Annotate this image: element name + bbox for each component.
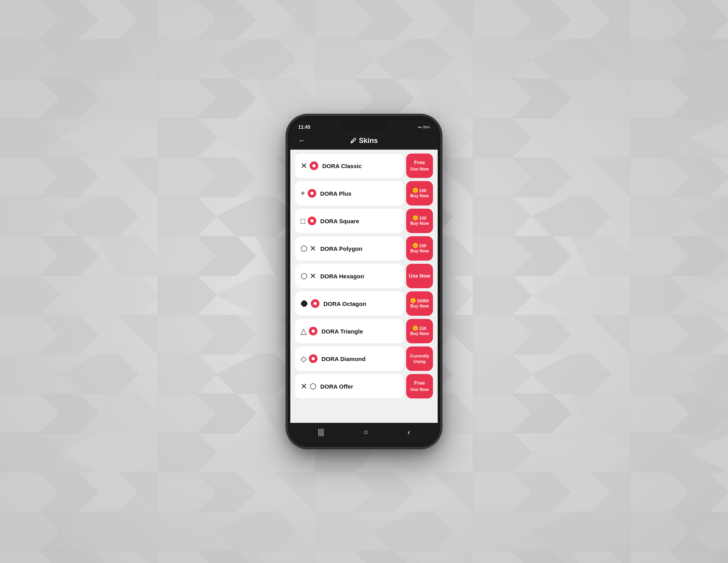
skin-action-button[interactable]: ●100Buy Now bbox=[406, 181, 433, 206]
list-item: ⯃DORA Octagon●15000Buy Now bbox=[295, 291, 433, 316]
skin-shape-icon: ◇ bbox=[301, 355, 306, 363]
battery-text: 35% bbox=[423, 125, 430, 129]
list-item: ✕DORA ClassicFreeUse Now bbox=[295, 154, 433, 178]
price-line: ●150 bbox=[413, 215, 426, 220]
skin-action-button[interactable]: Use Now bbox=[406, 264, 433, 288]
skin-shape-icon: □ bbox=[301, 217, 305, 225]
skin-secondary-icon: ✕ bbox=[310, 244, 316, 252]
buy-label: Buy Now bbox=[410, 303, 429, 309]
skin-info: +DORA Plus bbox=[295, 181, 404, 206]
use-now-label: Use Now bbox=[409, 273, 431, 280]
price-amount: 150 bbox=[419, 326, 426, 331]
coin-icon: ● bbox=[413, 326, 418, 331]
skin-circle-icon bbox=[308, 217, 316, 225]
nav-back-icon[interactable]: ‹ bbox=[407, 428, 410, 437]
currently-using-label: Currently Using bbox=[410, 353, 429, 365]
buy-label: Buy Now bbox=[410, 248, 429, 254]
skin-circle-icon bbox=[309, 327, 318, 335]
skin-name-label: DORA Polygon bbox=[320, 245, 362, 252]
skin-shape-icon: ✕ bbox=[301, 382, 307, 390]
skin-name-label: DORA Diamond bbox=[321, 356, 366, 362]
price-amount: 150 bbox=[419, 243, 426, 248]
signal-icon: ▪▪▪ bbox=[418, 125, 422, 129]
skin-shape-icon: + bbox=[301, 189, 305, 197]
skin-name-label: DORA Square bbox=[320, 218, 359, 224]
skin-shape-icon: ⬠ bbox=[301, 244, 307, 252]
price-line: ●100 bbox=[413, 188, 426, 193]
skin-info: △DORA Triangle bbox=[295, 319, 404, 343]
list-item: □DORA Square●150Buy Now bbox=[295, 209, 433, 233]
buy-label: Buy Now bbox=[410, 220, 429, 226]
skin-shape-icon: ✕ bbox=[301, 162, 307, 170]
list-item: +DORA Plus●100Buy Now bbox=[295, 181, 433, 206]
list-item: ⬠✕DORA Polygon●150Buy Now bbox=[295, 236, 433, 261]
status-icons: ▪▪▪ 35% bbox=[418, 125, 430, 129]
skin-name-label: DORA Offer bbox=[320, 383, 353, 390]
coin-icon: ● bbox=[413, 243, 418, 248]
price-amount: 150 bbox=[419, 216, 426, 220]
buy-label: Buy Now bbox=[410, 193, 429, 198]
skin-shape-icon: ⯃ bbox=[301, 300, 308, 307]
header-title-text: Skins bbox=[359, 137, 378, 145]
price-line: ●150 bbox=[413, 326, 426, 331]
skin-name-label: DORA Plus bbox=[320, 190, 351, 197]
coin-icon: ● bbox=[413, 188, 418, 193]
skin-action-button[interactable]: FreeUse Now bbox=[406, 374, 433, 398]
skin-info: ⬡✕DORA Hexagon bbox=[295, 264, 404, 288]
coin-icon: ● bbox=[413, 215, 418, 220]
skin-circle-icon bbox=[310, 161, 318, 170]
skin-circle-icon bbox=[311, 299, 319, 308]
skins-list: ✕DORA ClassicFreeUse Now+DORA Plus●100Bu… bbox=[290, 150, 438, 423]
skin-info: ✕⬡DORA Offer bbox=[295, 374, 404, 398]
skin-shape-icon: ⬡ bbox=[301, 272, 307, 280]
free-label: Free bbox=[414, 380, 425, 387]
skin-circle-icon bbox=[309, 354, 318, 363]
buy-label: Buy Now bbox=[410, 331, 429, 336]
status-time: 11:45 bbox=[298, 124, 310, 130]
list-item: ✕⬡DORA OfferFreeUse Now bbox=[295, 374, 433, 398]
skin-action-button[interactable]: ●150Buy Now bbox=[406, 236, 433, 261]
list-item: ◇DORA DiamondCurrently Using bbox=[295, 346, 433, 371]
skin-secondary-icon: ⬡ bbox=[310, 382, 316, 390]
phone-screen: 11:45 ▪▪▪ 35% ← 🖊 Skins ✕DORA ClassicFre… bbox=[290, 120, 438, 443]
app-header: ← 🖊 Skins bbox=[290, 133, 438, 150]
skin-circle-icon bbox=[308, 189, 316, 198]
header-title: 🖊 Skins bbox=[350, 137, 378, 145]
skin-info: ⬠✕DORA Polygon bbox=[295, 236, 404, 261]
phone-frame: 11:45 ▪▪▪ 35% ← 🖊 Skins ✕DORA ClassicFre… bbox=[287, 115, 441, 448]
skin-name-label: DORA Octagon bbox=[323, 300, 366, 307]
skin-shape-icon: △ bbox=[301, 327, 306, 335]
skin-action-button[interactable]: Currently Using bbox=[406, 346, 433, 371]
header-icon: 🖊 bbox=[350, 137, 357, 144]
use-now-label: Use Now bbox=[410, 387, 429, 392]
price-line: ●15000 bbox=[410, 298, 429, 303]
skin-action-button[interactable]: FreeUse Now bbox=[406, 154, 433, 178]
price-amount: 15000 bbox=[417, 298, 429, 303]
list-item: ⬡✕DORA HexagonUse Now bbox=[295, 264, 433, 288]
skin-info: ✕DORA Classic bbox=[295, 154, 404, 178]
skin-name-label: DORA Hexagon bbox=[320, 273, 364, 280]
use-now-label: Use Now bbox=[410, 166, 429, 172]
skin-secondary-icon: ✕ bbox=[310, 272, 316, 280]
back-button[interactable]: ← bbox=[298, 137, 305, 145]
skin-info: ⯃DORA Octagon bbox=[295, 291, 404, 316]
free-label: Free bbox=[414, 159, 425, 166]
coin-icon: ● bbox=[410, 298, 416, 303]
price-amount: 100 bbox=[419, 188, 426, 193]
skin-action-button[interactable]: ●15000Buy Now bbox=[406, 291, 433, 316]
skin-name-label: DORA Triangle bbox=[321, 328, 363, 335]
notch bbox=[340, 120, 388, 131]
phone-container: 11:45 ▪▪▪ 35% ← 🖊 Skins ✕DORA ClassicFre… bbox=[287, 115, 441, 448]
price-line: ●150 bbox=[413, 243, 426, 248]
skin-info: □DORA Square bbox=[295, 209, 404, 233]
nav-home-icon[interactable]: ○ bbox=[363, 428, 368, 437]
list-item: △DORA Triangle●150Buy Now bbox=[295, 319, 433, 343]
skin-action-button[interactable]: ●150Buy Now bbox=[406, 319, 433, 343]
skin-action-button[interactable]: ●150Buy Now bbox=[406, 209, 433, 233]
nav-menu-icon[interactable]: ||| bbox=[318, 428, 324, 437]
skin-name-label: DORA Classic bbox=[322, 163, 362, 169]
nav-bar: ||| ○ ‹ bbox=[290, 423, 438, 443]
skin-info: ◇DORA Diamond bbox=[295, 346, 404, 371]
